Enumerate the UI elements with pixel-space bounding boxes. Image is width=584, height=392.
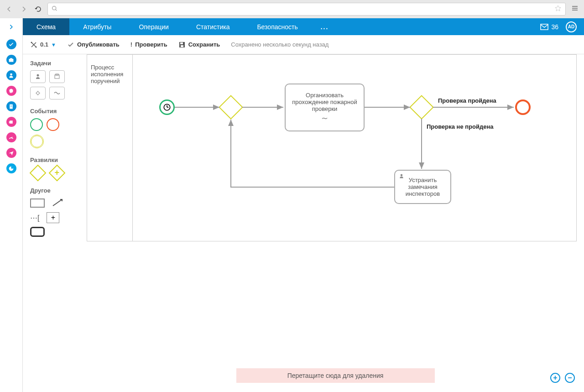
rail-pie-icon[interactable] <box>6 163 16 173</box>
start-event[interactable] <box>159 99 175 115</box>
palette-service-task[interactable] <box>49 70 65 83</box>
rail-briefcase-icon[interactable] <box>6 55 16 65</box>
reload-button[interactable] <box>33 4 44 15</box>
svg-rect-13 <box>9 121 10 122</box>
palette-text-annotation[interactable]: ⋯[ <box>30 214 39 222</box>
gateway-decision[interactable] <box>409 95 434 120</box>
zoom-controls: + − <box>550 373 575 383</box>
palette-other-title: Другое <box>30 187 79 194</box>
palette-events-title: События <box>30 108 79 115</box>
svg-rect-21 <box>180 42 183 44</box>
tab-attributes[interactable]: Атрибуты <box>69 18 125 35</box>
svg-line-1 <box>56 10 57 10</box>
diagram-canvas[interactable]: Процесс исполнения поручений Организоват… <box>87 54 577 241</box>
gateway-merge[interactable] <box>219 95 243 120</box>
palette-timer-event[interactable] <box>30 135 44 148</box>
palette-annotation[interactable] <box>30 199 45 208</box>
rail-user-icon[interactable] <box>6 70 16 80</box>
url-bar[interactable] <box>47 3 566 16</box>
palette-parallel-gateway[interactable] <box>49 165 66 182</box>
palette-subprocess-task[interactable] <box>49 87 65 99</box>
browser-chrome <box>0 0 584 18</box>
palette-pool[interactable] <box>30 227 45 237</box>
tab-operations[interactable]: Операции <box>125 18 182 35</box>
svg-point-23 <box>37 74 39 77</box>
toolbar: 0.1 ▼ Опубликовать ! Проверить Сохранить… <box>23 35 584 54</box>
check-icon <box>67 41 74 48</box>
svg-rect-12 <box>10 120 13 124</box>
task-organize[interactable]: Организовать прохождение пожарной провер… <box>285 84 365 131</box>
flow-label-fail: Проверка не пройдена <box>427 123 494 130</box>
bookmark-icon[interactable] <box>554 5 562 14</box>
palette-exclusive-gateway[interactable] <box>30 165 47 182</box>
palette-expanded-subprocess[interactable]: + <box>47 212 59 223</box>
check-button[interactable]: ! Проверить <box>130 41 167 48</box>
svg-rect-5 <box>9 59 14 62</box>
canvas-wrap: Процесс исполнения поручений Организоват… <box>87 54 584 392</box>
palette-gateways-title: Развилки <box>30 157 79 163</box>
chevron-down-icon: ▼ <box>51 42 56 47</box>
svg-point-7 <box>10 73 12 75</box>
save-button[interactable]: Сохранить <box>178 41 220 48</box>
rail-expand-icon[interactable] <box>8 24 15 32</box>
svg-rect-14 <box>9 122 10 123</box>
svg-point-19 <box>36 46 37 47</box>
messages-badge[interactable]: 36 <box>540 23 558 31</box>
flow-arrows <box>87 55 576 241</box>
palette-connector[interactable] <box>52 198 65 209</box>
version-selector[interactable]: 0.1 ▼ <box>30 41 56 48</box>
save-status: Сохранено несколько секунд назад <box>231 41 328 48</box>
svg-rect-17 <box>541 24 548 30</box>
tabs-bar: Схема Атрибуты Операции Статистика Безоп… <box>23 18 584 35</box>
avatar[interactable]: AD <box>566 21 577 32</box>
forward-button[interactable] <box>18 4 29 15</box>
tab-security[interactable]: Безопасность <box>243 18 311 35</box>
branch-icon <box>30 41 37 48</box>
tab-schema[interactable]: Схема <box>23 18 69 35</box>
subprocess-marker-icon: ∼ <box>321 113 328 123</box>
palette-start-event[interactable] <box>30 118 43 131</box>
palette-script-task[interactable] <box>30 87 46 99</box>
svg-point-18 <box>31 42 32 43</box>
rail-document-icon[interactable] <box>6 101 16 111</box>
back-button[interactable] <box>4 4 15 15</box>
left-rail <box>0 18 23 392</box>
flow-label-pass: Проверка пройдена <box>438 97 496 104</box>
rail-component-icon[interactable] <box>6 117 16 127</box>
zoom-in-button[interactable]: + <box>550 373 560 383</box>
palette-tasks-title: Задачи <box>30 60 79 67</box>
rail-gear-icon[interactable] <box>6 86 16 96</box>
zoom-out-button[interactable]: − <box>565 373 575 383</box>
svg-rect-6 <box>10 58 12 59</box>
search-icon <box>52 5 57 13</box>
palette-end-event[interactable] <box>47 118 59 131</box>
mail-icon <box>540 24 548 30</box>
task-fix[interactable]: Устранить замечания инспекторов <box>394 170 451 204</box>
warning-icon: ! <box>130 41 132 48</box>
user-task-icon <box>399 173 404 180</box>
save-icon <box>178 41 186 48</box>
palette-user-task[interactable] <box>30 70 46 83</box>
svg-point-31 <box>401 174 403 177</box>
svg-line-27 <box>53 199 62 206</box>
messages-count: 36 <box>551 23 558 31</box>
end-event[interactable] <box>515 99 531 115</box>
svg-point-0 <box>52 6 56 10</box>
lane-header[interactable]: Процесс исполнения поручений <box>87 55 133 241</box>
delete-dropzone[interactable]: Перетащите сюда для удаления <box>236 368 435 383</box>
rail-gauge-icon[interactable] <box>6 132 16 142</box>
rail-check-icon[interactable] <box>6 39 16 49</box>
tab-more[interactable]: ... <box>312 18 338 35</box>
browser-menu-icon[interactable] <box>569 5 580 14</box>
palette: Задачи События <box>23 54 87 392</box>
rail-send-icon[interactable] <box>6 148 16 158</box>
svg-point-26 <box>36 92 39 94</box>
tab-statistics[interactable]: Статистика <box>182 18 244 35</box>
publish-button[interactable]: Опубликовать <box>67 41 120 48</box>
svg-rect-22 <box>181 45 183 47</box>
